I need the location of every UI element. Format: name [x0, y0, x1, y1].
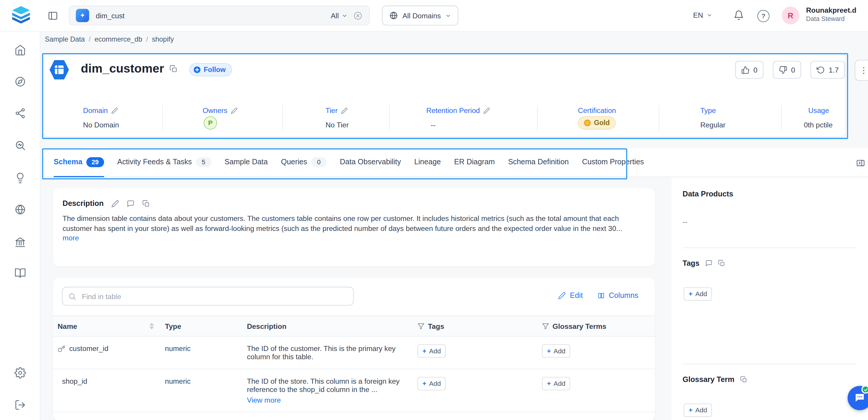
tab-schema[interactable]: Schema29 — [54, 148, 104, 177]
chevron-down-icon — [342, 12, 348, 19]
notifications-bell-icon[interactable] — [734, 10, 744, 21]
tab-queries[interactable]: Queries0 — [281, 148, 327, 177]
retention-value: -- — [431, 121, 435, 129]
column-header-tags[interactable]: Tags — [413, 316, 537, 336]
tab-data-observability[interactable]: Data Observability — [340, 148, 401, 177]
divider — [537, 105, 538, 131]
edit-owners-icon[interactable] — [230, 107, 238, 114]
chevron-down-icon — [445, 12, 452, 19]
description-more-link[interactable]: more — [63, 234, 79, 242]
entity-header-card: dim_customer Follow 0 0 1.7 Domain No Do… — [43, 54, 845, 136]
help-icon[interactable]: ? — [757, 10, 770, 22]
filter-icon[interactable] — [417, 322, 425, 329]
manage-menu-button[interactable]: ⋮ — [855, 60, 868, 81]
add-glossary-term-button[interactable]: + Add — [684, 403, 712, 417]
type-value: Regular — [700, 121, 725, 129]
columns-button[interactable]: Columns — [597, 291, 638, 299]
add-tag-button[interactable]: + Add — [417, 344, 446, 357]
view-more-link[interactable]: View more — [247, 396, 281, 404]
tab-schema-definition[interactable]: Schema Definition — [508, 148, 569, 177]
copy-name-icon[interactable] — [169, 65, 178, 73]
tab-lineage[interactable]: Lineage — [414, 148, 441, 177]
app-viewport: ✦ All All Domains EN ? R Rounakpreet.d D… — [0, 0, 868, 420]
find-in-table[interactable] — [62, 287, 353, 305]
glossary-section-title: Glossary Term — [682, 376, 747, 384]
edit-tier-icon[interactable] — [341, 107, 348, 114]
column-name-cell[interactable]: customer_id — [53, 336, 160, 369]
sidebar-toggle-icon[interactable] — [48, 11, 58, 21]
divider — [682, 364, 857, 364]
logout-icon[interactable] — [14, 399, 26, 411]
divider — [162, 105, 163, 131]
tags-cell: + Add — [413, 336, 537, 369]
edit-retention-icon[interactable] — [483, 107, 490, 114]
column-header-glossary[interactable]: Glossary Terms — [538, 316, 655, 336]
data-products-value: -- — [682, 218, 687, 226]
edit-table-button[interactable]: Edit — [558, 291, 583, 299]
chat-bubble-icon — [854, 392, 866, 404]
domain-label: Domain — [83, 106, 118, 115]
observability-icon[interactable] — [14, 140, 26, 151]
govern-icon[interactable] — [14, 236, 26, 248]
add-glossary-term-button[interactable]: + Add — [542, 344, 570, 357]
tab-activity-feeds[interactable]: Activity Feeds & Tasks5 — [117, 148, 212, 177]
comment-icon[interactable] — [705, 260, 712, 267]
certification-label: Certification — [578, 106, 616, 115]
table-row: customer_id numeric The ID of the custom… — [53, 336, 655, 369]
add-tag-button[interactable]: + Add — [417, 377, 446, 390]
chat-online-badge — [862, 385, 868, 393]
ai-search-icon: ✦ — [76, 9, 89, 22]
user-avatar[interactable]: R — [782, 7, 799, 25]
search-scope-dropdown[interactable]: All — [331, 11, 348, 20]
thumbs-up-icon — [741, 65, 749, 74]
right-panel: Data Products -- Tags + Add Glossary Ter… — [672, 178, 868, 420]
app-logo[interactable] — [10, 4, 32, 28]
owner-avatar[interactable]: P — [204, 116, 217, 129]
comment-icon[interactable] — [127, 200, 134, 207]
home-icon[interactable] — [14, 44, 26, 56]
global-search-input[interactable] — [95, 11, 325, 20]
edit-description-icon[interactable] — [112, 200, 119, 207]
global-search-bar[interactable]: ✦ All — [69, 6, 370, 26]
plus-icon: + — [547, 380, 551, 388]
divider — [389, 105, 390, 131]
downvote-button[interactable]: 0 — [773, 61, 801, 79]
chevron-down-icon — [706, 12, 713, 18]
lineage-icon[interactable] — [14, 107, 26, 119]
certification-badge: Gold — [578, 116, 616, 129]
copy-icon[interactable] — [740, 376, 747, 383]
all-domains-dropdown[interactable]: All Domains — [382, 6, 459, 26]
sort-icon[interactable] — [150, 323, 154, 329]
schema-table-card: Edit Columns Name Type Description Tags … — [53, 278, 655, 420]
settings-icon[interactable] — [14, 367, 26, 379]
breadcrumb-item[interactable]: shopify — [152, 35, 174, 43]
find-in-table-input[interactable] — [81, 291, 348, 301]
column-header-name[interactable]: Name — [53, 316, 160, 336]
version-button[interactable]: 1.7 — [810, 61, 845, 79]
add-tag-button[interactable]: + Add — [684, 287, 712, 301]
schema-table: Name Type Description Tags Glossary Term… — [53, 316, 655, 412]
breadcrumb-item[interactable]: ecommerce_db — [94, 35, 142, 43]
copy-icon[interactable] — [718, 260, 725, 267]
clear-search-icon[interactable] — [353, 11, 363, 20]
filter-icon[interactable] — [542, 322, 549, 329]
tab-custom-properties[interactable]: Custom Properties — [582, 148, 644, 177]
insights-icon[interactable] — [14, 172, 26, 184]
language-dropdown[interactable]: EN — [693, 11, 713, 20]
upvote-button[interactable]: 0 — [735, 61, 764, 79]
tab-er-diagram[interactable]: ER Diagram — [454, 148, 495, 177]
entity-tabs: Schema29 Activity Feeds & Tasks5 Sample … — [42, 148, 868, 177]
domains-icon[interactable] — [14, 204, 26, 215]
breadcrumb-item[interactable]: Sample Data — [45, 35, 85, 43]
explore-icon[interactable] — [14, 76, 26, 87]
collapse-panel-icon[interactable] — [856, 158, 865, 168]
column-name-cell[interactable]: shop_id — [53, 369, 160, 412]
tab-sample-data[interactable]: Sample Data — [224, 148, 268, 177]
description-title: Description — [63, 200, 103, 208]
edit-domain-icon[interactable] — [111, 107, 118, 114]
user-info[interactable]: Rounakpreet.d Data Steward — [806, 6, 857, 23]
follow-button[interactable]: Follow — [189, 63, 232, 77]
glossary-icon[interactable] — [14, 268, 26, 279]
add-glossary-term-button[interactable]: + Add — [542, 377, 570, 390]
copy-description-icon[interactable] — [143, 200, 150, 207]
